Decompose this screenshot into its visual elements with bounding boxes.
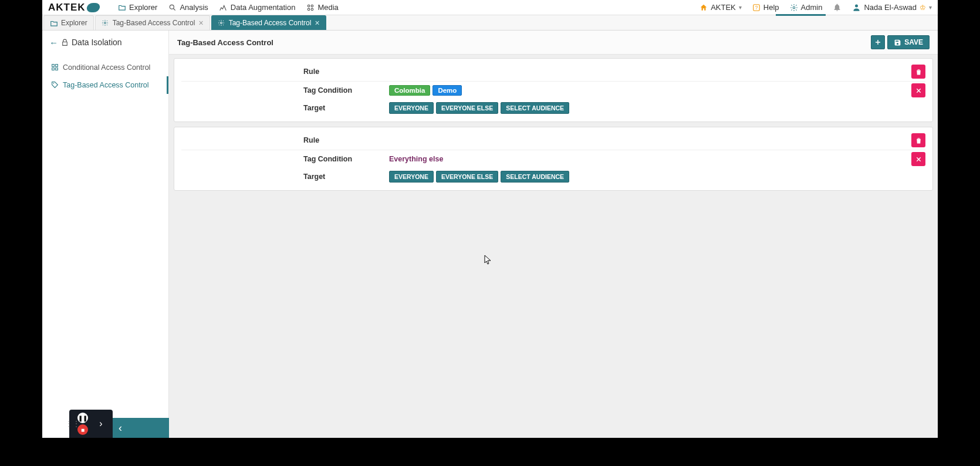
delete-condition-button[interactable] <box>911 152 925 166</box>
folder-icon <box>117 3 126 12</box>
target-option[interactable]: SELECT AUDIENCE <box>501 171 569 183</box>
sidebar-item-0[interactable]: Conditional Access Control <box>42 59 168 76</box>
top-right: AKTEK ▾ ? Help Admin Nada El-Aswad ♔ ▾ <box>699 3 932 12</box>
rules-container: RuleTag ConditionColombiaDemoTargetEVERY… <box>169 55 938 199</box>
svg-point-1 <box>307 5 310 7</box>
page-header: Tag-Based Access Control SAVE <box>169 31 938 55</box>
svg-rect-11 <box>52 65 55 67</box>
app-window: AKTEK ExplorerAnalysisData AugmentationM… <box>42 0 938 438</box>
bell-icon[interactable] <box>833 3 842 12</box>
close-icon[interactable]: × <box>315 19 319 27</box>
help-menu[interactable]: ? Help <box>752 3 779 12</box>
recorder-widget[interactable]: ⋮⋮ ❚❚ ■ › <box>69 410 113 438</box>
delete-rule-button[interactable] <box>911 65 925 79</box>
help-icon: ? <box>752 4 761 12</box>
chevron-down-icon: ▾ <box>929 4 932 11</box>
company-menu[interactable]: AKTEK ▾ <box>699 3 742 12</box>
sidebar-item-label: Conditional Access Control <box>63 63 150 72</box>
svg-point-3 <box>307 8 310 11</box>
top-nav: ExplorerAnalysisData AugmentationMedia <box>117 3 339 12</box>
rule-card: RuleTag ConditionColombiaDemoTargetEVERY… <box>174 58 933 122</box>
delete-condition-button[interactable] <box>911 83 925 97</box>
target-value: EVERYONEEVERYONE ELSESELECT AUDIENCE <box>389 102 925 114</box>
gear-icon <box>102 19 109 27</box>
target-option[interactable]: EVERYONE ELSE <box>436 102 498 114</box>
tab-0[interactable]: Explorer <box>43 15 94 30</box>
topnav-data-augmentation[interactable]: Data Augmentation <box>219 3 296 12</box>
sidebar-item-1[interactable]: Tag-Based Access Control <box>42 76 168 94</box>
tab-label: Explorer <box>61 19 87 27</box>
sidebar-list: Conditional Access ControlTag-Based Acce… <box>42 53 168 94</box>
pause-button[interactable]: ❚❚ <box>77 413 88 423</box>
spark-icon <box>219 3 228 12</box>
chevron-left-icon: ‹ <box>119 422 122 434</box>
delete-rule-button[interactable] <box>911 133 925 147</box>
back-arrow-icon[interactable]: ← <box>49 38 58 47</box>
topnav-media[interactable]: Media <box>306 3 338 12</box>
folder-icon <box>50 19 58 27</box>
svg-rect-12 <box>56 65 58 67</box>
admin-menu[interactable]: Admin <box>790 3 823 12</box>
target-option[interactable]: EVERYONE <box>389 102 434 114</box>
svg-point-7 <box>793 6 795 9</box>
chevron-down-icon: ▾ <box>739 4 742 11</box>
page-actions: SAVE <box>871 35 930 49</box>
save-button[interactable]: SAVE <box>887 35 930 49</box>
topnav-analysis[interactable]: Analysis <box>168 3 208 12</box>
rule-header-row: Rule <box>181 62 925 82</box>
tab-label: Tag-Based Access Control <box>113 19 195 27</box>
target-option[interactable]: EVERYONE ELSE <box>436 171 498 183</box>
lock-icon <box>61 39 69 46</box>
target-row: TargetEVERYONEEVERYONE ELSESELECT AUDIEN… <box>181 99 925 117</box>
company-label: AKTEK <box>711 3 736 12</box>
svg-point-9 <box>104 22 106 23</box>
add-rule-button[interactable] <box>871 35 885 49</box>
tag-condition-label: Tag Condition <box>181 86 389 94</box>
brand-text: AKTEK <box>48 2 86 13</box>
drag-handle-icon[interactable]: ⋮⋮ <box>69 420 76 428</box>
svg-rect-13 <box>52 68 55 70</box>
stop-button[interactable]: ■ <box>77 424 88 435</box>
topnav-label: Explorer <box>129 3 157 12</box>
svg-point-8 <box>855 5 858 8</box>
tag-chip[interactable]: Colombia <box>389 85 430 96</box>
target-option[interactable]: EVERYONE <box>389 171 434 183</box>
save-icon <box>894 39 901 46</box>
tag-condition-text: Everything else <box>389 155 443 163</box>
rule-card: RuleTag ConditionEverything elseTargetEV… <box>174 127 933 191</box>
recorder-expand[interactable]: › <box>89 418 113 429</box>
person-icon <box>852 3 861 12</box>
tag-condition-value: ColombiaDemo <box>389 85 911 96</box>
help-label: Help <box>763 3 779 12</box>
target-option[interactable]: SELECT AUDIENCE <box>501 102 569 114</box>
target-value: EVERYONEEVERYONE ELSESELECT AUDIENCE <box>389 171 925 183</box>
tag-chip[interactable]: Demo <box>432 85 462 96</box>
sidebar-item-label: Tag-Based Access Control <box>63 81 149 89</box>
top-bar: AKTEK ExplorerAnalysisData AugmentationM… <box>42 0 938 15</box>
topnav-explorer[interactable]: Explorer <box>117 3 157 12</box>
topnav-label: Media <box>317 3 338 12</box>
home-icon <box>699 4 708 12</box>
svg-rect-14 <box>56 68 58 70</box>
close-icon[interactable]: × <box>198 19 203 27</box>
svg-point-4 <box>311 8 313 11</box>
tab-1[interactable]: Tag-Based Access Control× <box>95 15 210 30</box>
sidebar-collapse-tab[interactable]: ‹ <box>113 418 169 438</box>
svg-point-2 <box>311 5 313 7</box>
crown-icon: ♔ <box>920 4 926 12</box>
user-label: Nada El-Aswad <box>864 3 917 12</box>
tab-label: Tag-Based Access Control <box>229 19 312 27</box>
svg-point-0 <box>170 5 174 9</box>
svg-text:?: ? <box>755 5 758 10</box>
gear-icon <box>790 4 798 12</box>
target-label: Target <box>181 104 389 112</box>
sidebar: ← Data Isolation Conditional Access Cont… <box>42 31 169 438</box>
tag-icon <box>51 81 59 89</box>
tab-2[interactable]: Tag-Based Access Control× <box>211 15 326 30</box>
search-icon <box>168 3 177 12</box>
user-menu[interactable]: Nada El-Aswad ♔ ▾ <box>852 3 932 12</box>
media-icon <box>306 3 315 12</box>
page-title: Tag-Based Access Control <box>177 38 273 47</box>
topnav-label: Data Augmentation <box>231 3 296 12</box>
admin-label: Admin <box>801 3 823 12</box>
